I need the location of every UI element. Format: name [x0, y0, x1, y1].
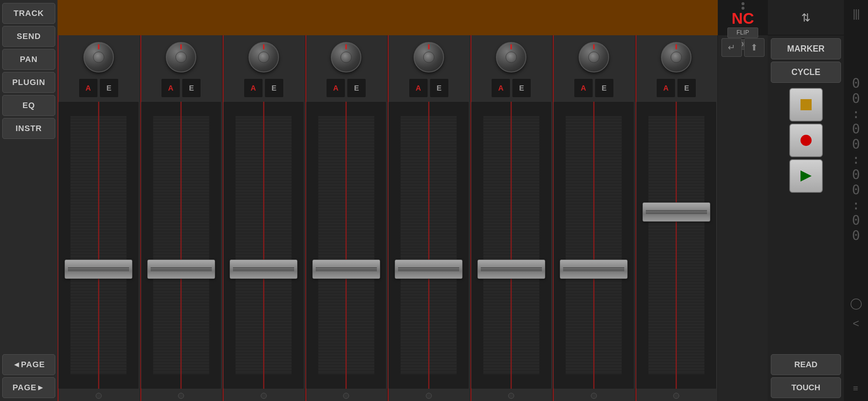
- knob-7[interactable]: [577, 40, 611, 74]
- knob-area-6: [471, 35, 552, 76]
- time-digit-row-2: 0: [852, 91, 860, 106]
- stop-icon: [800, 99, 812, 110]
- e-button-5[interactable]: E: [430, 78, 449, 98]
- e-button-2[interactable]: E: [182, 78, 201, 98]
- fader-track-3[interactable]: [223, 101, 304, 389]
- play-button[interactable]: [789, 159, 823, 193]
- time-digit-row-11: 0: [852, 228, 860, 243]
- fader-handle-7[interactable]: [560, 260, 628, 279]
- a-button-5[interactable]: A: [409, 78, 428, 98]
- a-button-2[interactable]: A: [161, 78, 180, 98]
- time-digit-row-5: 0: [852, 136, 860, 151]
- channel-dot-6: [508, 393, 514, 399]
- right-control-panel: NC FLIP GLOBAL ↵ ⬆: [718, 0, 768, 401]
- a-button-7[interactable]: A: [574, 78, 593, 98]
- up-icon-button[interactable]: ⬆: [744, 38, 765, 57]
- fader-track-4[interactable]: [306, 101, 387, 389]
- fader-handle-5[interactable]: [395, 260, 463, 279]
- knob-1[interactable]: [82, 40, 115, 74]
- a-button-8[interactable]: A: [656, 78, 675, 98]
- knob-area-3: [223, 35, 304, 76]
- back-arrow-icon[interactable]: <: [853, 317, 859, 330]
- controls-body: ↵ ⬆: [718, 35, 768, 401]
- instr-button[interactable]: INSTR: [2, 118, 55, 139]
- fader-area-1: [58, 100, 139, 391]
- knob-area-2: [141, 35, 222, 76]
- channels-container: A E: [57, 35, 718, 401]
- a-button-6[interactable]: A: [491, 78, 510, 98]
- a-button-4[interactable]: A: [326, 78, 345, 98]
- fader-handle-6[interactable]: [477, 260, 545, 279]
- fader-handle-4[interactable]: [312, 260, 380, 279]
- knob-4[interactable]: [329, 40, 363, 74]
- fader-track-2[interactable]: [141, 101, 222, 389]
- plugin-button[interactable]: PLUGIN: [2, 72, 55, 93]
- a-button-3[interactable]: A: [244, 78, 263, 98]
- channel-dot-8: [673, 393, 679, 399]
- transport-column: ⇅ MARKER CYCLE READ TOUCH: [768, 0, 844, 401]
- time-digit-row-7: 0: [852, 167, 860, 182]
- fader-handle-8[interactable]: [642, 202, 710, 222]
- fader-track-6[interactable]: [471, 101, 552, 389]
- ae-buttons-4: A E: [306, 76, 387, 100]
- read-button[interactable]: READ: [771, 354, 841, 375]
- knob-3[interactable]: [247, 40, 280, 74]
- fader-handle-3[interactable]: [230, 260, 297, 279]
- up-down-arrow-icon[interactable]: ⇅: [801, 11, 811, 24]
- e-button-6[interactable]: E: [512, 78, 531, 98]
- e-button-7[interactable]: E: [595, 78, 614, 98]
- nc-dot-2: [742, 7, 744, 10]
- mixer-main: A E: [57, 0, 718, 401]
- channel-dot-1: [96, 393, 102, 399]
- page-next-button[interactable]: PAGE►: [2, 377, 55, 398]
- ae-buttons-7: A E: [553, 76, 634, 100]
- knob-6[interactable]: [494, 40, 528, 74]
- knob-area-5: [388, 35, 469, 76]
- edge-lines-icon: |||: [853, 7, 859, 20]
- knob-area-4: [306, 35, 387, 76]
- e-button-3[interactable]: E: [264, 78, 284, 98]
- edge-panel: ||| 0 0 : 0 0 : 0 0 : 0 0 < ≡: [844, 0, 868, 401]
- e-button-4[interactable]: E: [347, 78, 366, 98]
- a-button-1[interactable]: A: [79, 78, 98, 98]
- send-button[interactable]: SEND: [2, 26, 55, 47]
- channel-5: A E: [388, 35, 470, 401]
- play-icon: [800, 170, 812, 182]
- pan-button[interactable]: PAN: [2, 49, 55, 70]
- fader-handle-1[interactable]: [65, 260, 132, 279]
- channel-1: A E: [57, 35, 140, 401]
- knob-5[interactable]: [412, 40, 445, 74]
- icon-row-1: ↵ ⬆: [720, 38, 766, 57]
- track-button[interactable]: TRACK: [2, 3, 55, 24]
- e-button-8[interactable]: E: [677, 78, 696, 98]
- knob-2[interactable]: [164, 40, 198, 74]
- fader-track-8[interactable]: [636, 101, 717, 389]
- stop-button[interactable]: [789, 88, 823, 121]
- time-digit-row-6: :: [852, 151, 860, 167]
- time-digit-row-8: 0: [852, 182, 860, 197]
- eq-button[interactable]: EQ: [2, 95, 55, 116]
- marker-button[interactable]: MARKER: [771, 38, 841, 59]
- channel-dot-7: [591, 393, 597, 399]
- record-button[interactable]: [789, 124, 823, 157]
- fader-track-5[interactable]: [388, 101, 469, 389]
- ae-buttons-1: A E: [58, 76, 139, 100]
- time-digit-row-1: 0: [852, 75, 860, 91]
- fader-track-1[interactable]: [58, 101, 139, 389]
- touch-button[interactable]: TOUCH: [771, 377, 841, 398]
- fader-area-3: [223, 100, 304, 391]
- fader-track-7[interactable]: [553, 101, 634, 389]
- nc-dot-1: [742, 2, 744, 5]
- page-prev-button[interactable]: ◄PAGE: [2, 354, 55, 375]
- ae-buttons-5: A E: [388, 76, 469, 100]
- fader-handle-2[interactable]: [147, 260, 215, 279]
- knob-8[interactable]: [660, 40, 693, 74]
- menu-lines-icon[interactable]: ≡: [853, 383, 859, 394]
- time-digit-row-10: 0: [852, 212, 860, 228]
- channel-dot-5: [426, 393, 432, 399]
- cycle-button[interactable]: CYCLE: [771, 62, 841, 83]
- record-icon: [800, 135, 812, 146]
- e-button-1[interactable]: E: [99, 78, 119, 98]
- back-icon-button[interactable]: ↵: [721, 38, 742, 57]
- marker-cycle-group: MARKER CYCLE: [768, 35, 844, 86]
